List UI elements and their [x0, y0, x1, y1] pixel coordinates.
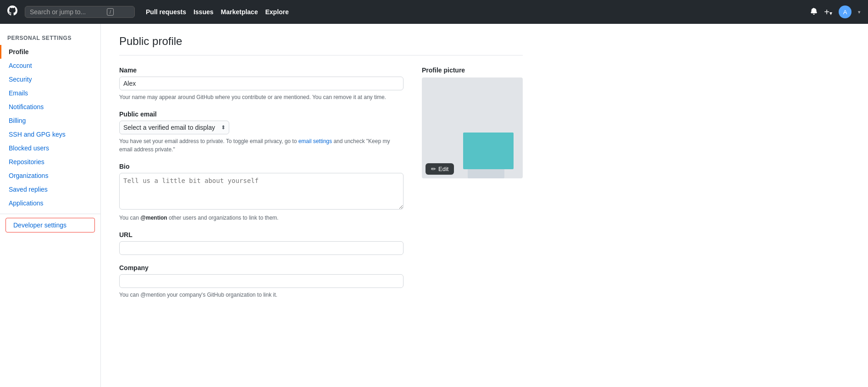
- topnav-links: Pull requests Issues Marketplace Explore: [146, 8, 289, 16]
- email-settings-link[interactable]: email settings: [299, 138, 332, 144]
- bio-help-post: other users and organizations to link to…: [167, 215, 279, 221]
- bio-group: Bio You can @mention other users and org…: [119, 163, 404, 222]
- name-input[interactable]: [119, 77, 404, 90]
- sidebar-item-billing[interactable]: Billing: [0, 114, 100, 127]
- topnav-explore[interactable]: Explore: [265, 8, 288, 16]
- sidebar-item-ssh-gpg[interactable]: SSH and GPG keys: [0, 127, 100, 141]
- name-label: Name: [119, 66, 404, 74]
- name-help: Your name may appear around GitHub where…: [119, 93, 404, 101]
- sidebar-item-saved-replies[interactable]: Saved replies: [0, 182, 100, 196]
- notifications-bell-icon[interactable]: [810, 7, 818, 17]
- content-grid: Name Your name may appear around GitHub …: [119, 66, 523, 308]
- github-logo[interactable]: [7, 6, 17, 18]
- profile-picture-section: Profile picture ✏ Edit: [422, 66, 523, 308]
- company-label: Company: [119, 264, 404, 271]
- sidebar-item-account[interactable]: Account: [0, 59, 100, 72]
- form-section: Name Your name may appear around GitHub …: [119, 66, 404, 308]
- sidebar-heading: Personal settings: [0, 33, 100, 45]
- sidebar-item-applications[interactable]: Applications: [0, 196, 100, 210]
- page-layout: Personal settings Profile Account Securi…: [0, 24, 868, 387]
- topnav-issues[interactable]: Issues: [194, 8, 214, 16]
- edit-profile-picture-button[interactable]: ✏ Edit: [426, 163, 454, 175]
- sidebar-divider: [0, 214, 100, 214]
- url-group: URL: [119, 231, 404, 255]
- company-group: Company You can @mention your company's …: [119, 264, 404, 299]
- sidebar-item-profile[interactable]: Profile: [0, 45, 100, 59]
- url-input[interactable]: [119, 241, 404, 255]
- name-group: Name Your name may appear around GitHub …: [119, 66, 404, 101]
- url-label: URL: [119, 231, 404, 238]
- bio-help-pre: You can: [119, 215, 140, 221]
- sidebar: Personal settings Profile Account Securi…: [0, 24, 101, 387]
- avatar-head-shape: [463, 133, 514, 169]
- sidebar-item-emails[interactable]: Emails: [0, 86, 100, 100]
- sidebar-item-organizations[interactable]: Organizations: [0, 169, 100, 182]
- sidebar-item-repositories[interactable]: Repositories: [0, 155, 100, 169]
- search-input[interactable]: [30, 8, 103, 16]
- email-select-wrapper: Select a verified email to display ⬍: [119, 121, 229, 134]
- public-email-select[interactable]: Select a verified email to display: [119, 121, 229, 134]
- bio-help: You can @mention other users and organiz…: [119, 214, 404, 222]
- topnav: / Pull requests Issues Marketplace Explo…: [0, 0, 868, 24]
- avatar[interactable]: A: [839, 6, 851, 18]
- bio-label: Bio: [119, 163, 404, 170]
- topnav-marketplace[interactable]: Marketplace: [221, 8, 258, 16]
- public-email-group: Public email Select a verified email to …: [119, 111, 404, 154]
- public-email-help: You have set your email address to priva…: [119, 137, 404, 154]
- bio-textarea[interactable]: [119, 173, 404, 210]
- create-new-icon[interactable]: +▾: [824, 7, 832, 17]
- public-email-label: Public email: [119, 111, 404, 118]
- bio-help-mention: @mention: [140, 215, 167, 221]
- page-title: Public profile: [119, 35, 523, 55]
- avatar-dropdown-icon[interactable]: ▾: [858, 9, 861, 15]
- slash-shortcut: /: [107, 8, 114, 16]
- company-help: You can @mention your company's GitHub o…: [119, 291, 404, 299]
- topnav-pull-requests[interactable]: Pull requests: [146, 8, 186, 16]
- profile-picture-label: Profile picture: [422, 66, 523, 74]
- profile-picture-box: ✏ Edit: [422, 77, 523, 178]
- email-help-pre: You have set your email address to priva…: [119, 138, 299, 144]
- search-bar[interactable]: /: [25, 6, 135, 18]
- main-content: Public profile Name Your name may appear…: [101, 24, 541, 387]
- company-input[interactable]: [119, 274, 404, 288]
- edit-button-label: Edit: [438, 166, 448, 172]
- sidebar-item-security[interactable]: Security: [0, 72, 100, 86]
- sidebar-item-developer-settings[interactable]: Developer settings: [6, 218, 95, 232]
- topnav-right: +▾ A ▾: [810, 6, 861, 18]
- pencil-icon: ✏: [431, 166, 436, 172]
- sidebar-item-blocked-users[interactable]: Blocked users: [0, 141, 100, 155]
- sidebar-item-notifications[interactable]: Notifications: [0, 100, 100, 114]
